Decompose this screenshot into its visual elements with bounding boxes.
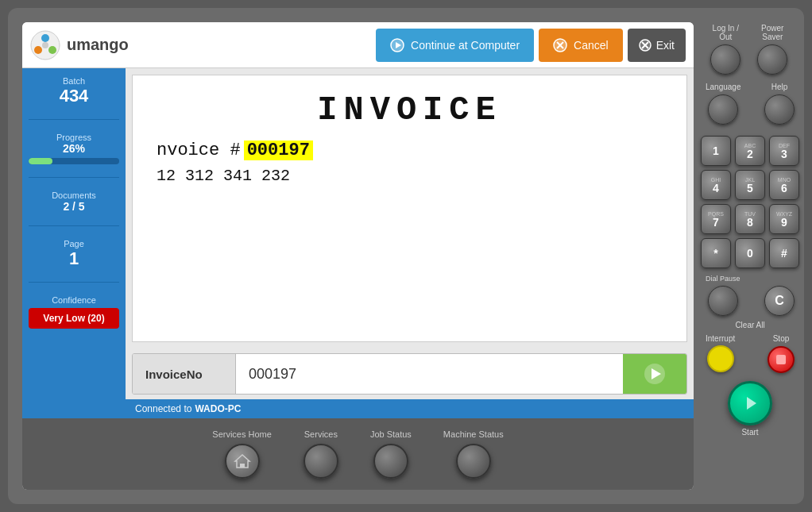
- interrupt-label: Interrupt: [706, 334, 735, 343]
- interrupt-stop-row: Interrupt Stop: [706, 334, 795, 373]
- svg-marker-17: [747, 397, 756, 410]
- home-icon: [234, 452, 251, 470]
- help-button[interactable]: [764, 94, 795, 125]
- svg-point-1: [41, 34, 49, 42]
- start-button[interactable]: [728, 381, 772, 425]
- page-label: Page: [29, 239, 119, 248]
- page-value: 1: [29, 248, 119, 269]
- progress-bar-container: [29, 158, 119, 164]
- key-5[interactable]: JKL 5: [735, 170, 765, 200]
- nav-label-machine-status: Machine Status: [443, 429, 504, 439]
- help-label: Help: [771, 83, 788, 91]
- log-in-out-section: Log In / Out: [706, 24, 746, 75]
- job-status-button[interactable]: [373, 444, 408, 479]
- documents-section: Documents 2 / 5: [29, 191, 119, 213]
- cancel-button[interactable]: Cancel: [539, 29, 623, 62]
- interrupt-button[interactable]: [707, 345, 734, 372]
- status-bar: Connected to WADO-PC: [126, 399, 694, 418]
- key-4[interactable]: GHI 4: [701, 170, 731, 200]
- logo-area: umango: [30, 30, 129, 60]
- stop-icon: [776, 355, 786, 364]
- svg-point-2: [34, 46, 42, 54]
- nav-item-services: Services: [304, 429, 338, 479]
- nav-item-machine-status: Machine Status: [443, 429, 504, 479]
- language-section: Language: [706, 83, 741, 125]
- log-in-out-label: Log In / Out: [706, 24, 746, 41]
- right-panel: Log In / Out Power Saver Language Help: [706, 22, 795, 490]
- start-icon: [740, 394, 760, 413]
- dial-pause-section: Dial Pause: [706, 275, 740, 316]
- stop-button[interactable]: [768, 346, 795, 373]
- invoice-prefix: nvoice #: [157, 141, 241, 160]
- exit-button[interactable]: Exit: [628, 29, 686, 62]
- document-viewer: INVOICE nvoice # 000197 12 312 341 232: [132, 75, 687, 342]
- machine-status-button[interactable]: [456, 444, 491, 479]
- invoice-number-row: nvoice # 000197: [157, 141, 313, 160]
- services-button[interactable]: [304, 444, 338, 479]
- c-button-section: C: [764, 286, 795, 316]
- language-button[interactable]: [708, 94, 738, 125]
- invoice-number-highlight: 000197: [244, 141, 313, 160]
- status-text: Connected to: [135, 403, 191, 414]
- c-button[interactable]: C: [764, 286, 795, 316]
- key-star[interactable]: *: [701, 238, 731, 268]
- nav-label-services: Services: [304, 429, 338, 439]
- progress-value: 26%: [29, 142, 119, 155]
- key-0[interactable]: 0: [735, 238, 765, 268]
- nav-label-job-status: Job Status: [370, 429, 412, 439]
- clear-all-section: Clear All: [735, 321, 764, 329]
- key-hash[interactable]: #: [769, 238, 799, 268]
- confidence-section: Confidence Very Low (20): [29, 295, 119, 329]
- bottom-nav: Services Home Services Job Status: [22, 418, 694, 490]
- log-in-out-button[interactable]: [710, 44, 740, 75]
- power-saver-button[interactable]: [757, 44, 787, 75]
- documents-value: 2 / 5: [29, 200, 119, 213]
- key-6[interactable]: MNO 6: [769, 170, 799, 200]
- header-bar: umango Continue at Computer Cance: [22, 22, 694, 68]
- progress-label: Progress: [29, 133, 119, 142]
- power-saver-section: Power Saver: [751, 24, 795, 75]
- interrupt-section: Interrupt: [706, 334, 735, 372]
- invoice-no-input[interactable]: [236, 354, 623, 394]
- dial-pause-label: Dial Pause: [706, 275, 740, 283]
- services-home-button[interactable]: [225, 444, 260, 479]
- key-7[interactable]: PQRS 7: [701, 204, 731, 234]
- continue-button-label: Continue at Computer: [411, 39, 520, 52]
- confidence-badge: Very Low (20): [29, 308, 119, 329]
- keypad: 1 ABC 2 DEF 3 GHI 4 JKL 5: [701, 136, 799, 268]
- svg-rect-16: [240, 464, 245, 468]
- exit-button-label: Exit: [656, 39, 675, 52]
- nav-item-services-home: Services Home: [212, 429, 272, 479]
- continue-icon: [390, 38, 404, 52]
- key-1[interactable]: 1: [701, 136, 731, 166]
- field-row: InvoiceNo: [132, 353, 687, 395]
- exit-icon: [639, 39, 652, 52]
- invoice-title: INVOICE: [317, 91, 501, 129]
- batch-section: Batch 434: [29, 76, 119, 106]
- invoice-ref: 12 312 341 232: [157, 167, 290, 185]
- stop-section: Stop: [768, 334, 795, 373]
- key-3[interactable]: DEF 3: [769, 136, 799, 166]
- progress-section: Progress 26%: [29, 133, 119, 164]
- svg-point-4: [42, 42, 48, 48]
- batch-value: 434: [29, 86, 119, 106]
- start-label: Start: [741, 428, 758, 437]
- clear-all-label: Clear All: [735, 321, 764, 329]
- svg-point-3: [48, 46, 56, 54]
- language-label: Language: [706, 83, 741, 91]
- dial-pause-button[interactable]: [708, 286, 738, 316]
- page-section: Page 1: [29, 239, 119, 269]
- cancel-icon: [553, 38, 567, 52]
- continue-at-computer-button[interactable]: Continue at Computer: [376, 29, 534, 62]
- start-button-section: Start: [728, 381, 772, 437]
- key-9[interactable]: WXYZ 9: [769, 204, 799, 234]
- nav-item-job-status: Job Status: [370, 429, 412, 479]
- umango-logo-icon: [30, 30, 60, 60]
- confidence-label: Confidence: [29, 295, 119, 305]
- stop-label: Stop: [773, 334, 790, 343]
- key-2[interactable]: ABC 2: [735, 136, 765, 166]
- documents-label: Documents: [29, 191, 119, 200]
- key-8[interactable]: TUV 8: [735, 204, 765, 234]
- cancel-button-label: Cancel: [574, 39, 609, 52]
- field-submit-button[interactable]: [623, 354, 686, 394]
